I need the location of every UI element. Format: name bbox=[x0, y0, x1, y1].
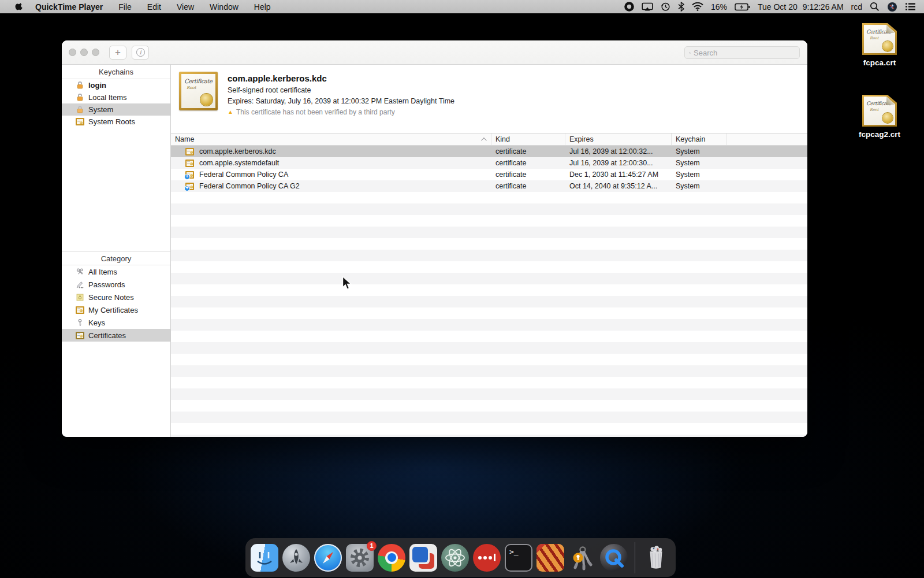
sidebar-item-secure-notes[interactable]: Secure Notes bbox=[62, 291, 170, 303]
screen-recording-stop-icon[interactable] bbox=[624, 2, 634, 12]
display-airplay-icon[interactable] bbox=[642, 2, 653, 12]
table-row[interactable]: com.apple.kerberos.kdc certificate Jul 1… bbox=[171, 146, 807, 157]
search-field[interactable] bbox=[684, 46, 800, 59]
dock-icon-terminal[interactable]: >_ bbox=[505, 544, 532, 572]
menu-edit[interactable]: Edit bbox=[147, 2, 161, 12]
certificate-icon-subtext: Root bbox=[864, 35, 895, 40]
dock-icon-keychain-access[interactable] bbox=[568, 544, 596, 572]
sidebar-item-system[interactable]: System bbox=[62, 103, 170, 116]
desktop-file-label: fcpcag2.crt bbox=[859, 130, 900, 139]
dock-icon-vmware-fusion[interactable] bbox=[409, 544, 437, 572]
mouse-cursor bbox=[340, 276, 354, 291]
table-row[interactable]: + Federal Common Policy CA G2 certificat… bbox=[171, 180, 807, 192]
add-label: + bbox=[115, 47, 121, 57]
menu-bar: QuickTime Player File Edit View Window H… bbox=[0, 0, 924, 13]
dock-icon-atom[interactable] bbox=[441, 544, 469, 572]
menubar-menus: File Edit View Window Help bbox=[118, 2, 270, 12]
search-icon bbox=[689, 49, 691, 57]
certificate-icon bbox=[185, 148, 194, 155]
locked-padlock-icon bbox=[75, 105, 84, 114]
unlocked-padlock-icon bbox=[75, 81, 84, 90]
dock-icon-quicktime[interactable] bbox=[600, 544, 628, 572]
sidebar-item-passwords[interactable]: Passwords bbox=[62, 278, 170, 291]
info-icon: i bbox=[136, 48, 145, 57]
column-header-name[interactable]: Name bbox=[171, 134, 491, 145]
certificate-icon-subtext: Root bbox=[181, 84, 215, 90]
table-row[interactable]: com.apple.systemdefault certificate Jul … bbox=[171, 157, 807, 169]
sidebar-item-label: System bbox=[88, 105, 113, 114]
battery-charging-icon[interactable] bbox=[735, 3, 750, 11]
sidebar-item-all-items[interactable]: All Items bbox=[62, 265, 170, 278]
secure-note-icon bbox=[75, 292, 84, 302]
close-window-button[interactable] bbox=[69, 49, 76, 56]
menu-help[interactable]: Help bbox=[254, 2, 271, 12]
add-item-button[interactable]: + bbox=[109, 46, 126, 60]
menu-window[interactable]: Window bbox=[210, 2, 239, 12]
menubar-user[interactable]: rcd bbox=[851, 2, 862, 12]
get-info-button[interactable]: i bbox=[132, 46, 149, 60]
bluetooth-icon[interactable] bbox=[678, 2, 684, 12]
dock-icon-system-preferences[interactable]: 1 bbox=[346, 544, 374, 572]
sort-ascending-icon bbox=[481, 137, 487, 143]
table-header: Name Kind Expires Keychain bbox=[171, 133, 807, 146]
menu-view[interactable]: View bbox=[177, 2, 194, 12]
notification-list-icon[interactable] bbox=[905, 2, 916, 11]
dock-icon-launchpad[interactable] bbox=[282, 544, 310, 572]
wifi-icon[interactable] bbox=[692, 2, 703, 11]
sidebar-item-certificates[interactable]: Certificates bbox=[62, 329, 170, 342]
keychain-access-window: + i Keychains login Local It bbox=[62, 40, 807, 437]
dock-icon-lastpass[interactable] bbox=[473, 544, 501, 572]
globe-status-icon[interactable] bbox=[887, 2, 897, 12]
certificates-stack-icon bbox=[75, 117, 84, 127]
certificate-title: com.apple.kerberos.kdc bbox=[228, 73, 454, 83]
desktop-file-fcpca[interactable]: Certificate Root fcpca.crt bbox=[848, 23, 911, 67]
certificate-expiry: Expires: Saturday, July 16, 2039 at 12:0… bbox=[228, 97, 454, 105]
menu-file[interactable]: File bbox=[118, 2, 132, 12]
certificate-add-icon: + bbox=[185, 171, 194, 179]
certificate-large-icon: Certificate Root bbox=[179, 72, 218, 110]
certificate-file-icon: Certificate Root bbox=[862, 23, 897, 55]
menubar-clock[interactable]: 9:12:26 AM bbox=[803, 2, 844, 12]
sidebar-item-keys[interactable]: Keys bbox=[62, 316, 170, 329]
unlocked-padlock-icon bbox=[75, 93, 84, 102]
time-machine-icon[interactable] bbox=[661, 2, 670, 12]
dock-icon-finder[interactable] bbox=[251, 544, 278, 572]
dock-icon-striped-orange-app[interactable] bbox=[536, 544, 564, 572]
dock-icon-safari[interactable] bbox=[314, 544, 342, 572]
table-row[interactable]: + Federal Common Policy CA certificate D… bbox=[171, 169, 807, 180]
window-toolbar: + i bbox=[62, 40, 807, 65]
column-header-keychain[interactable]: Keychain bbox=[672, 134, 726, 145]
desktop-file-fcpcag2[interactable]: Certificate Root fcpcag2.crt bbox=[848, 95, 911, 139]
menubar-date[interactable]: Tue Oct 20 bbox=[758, 2, 798, 12]
dock-separator bbox=[635, 542, 635, 573]
search-input[interactable] bbox=[694, 49, 795, 57]
certificate-icon bbox=[75, 331, 84, 340]
sidebar-item-local-items[interactable]: Local Items bbox=[62, 91, 170, 103]
key-icon bbox=[75, 318, 84, 327]
gold-seal bbox=[200, 94, 213, 106]
minimize-window-button[interactable] bbox=[80, 49, 88, 56]
dock-icon-trash[interactable] bbox=[642, 544, 670, 572]
content-pane: Certificate Root com.apple.kerberos.kdc … bbox=[171, 65, 807, 437]
certificate-icon bbox=[185, 160, 194, 167]
signature-pen-icon bbox=[75, 280, 84, 289]
gold-seal bbox=[882, 41, 893, 51]
battery-percent: 16% bbox=[711, 2, 727, 12]
category-header: Category bbox=[62, 251, 170, 265]
sidebar-item-label: login bbox=[88, 81, 106, 90]
certificate-icon bbox=[75, 305, 84, 314]
column-header-expires[interactable]: Expires bbox=[565, 134, 672, 145]
notification-badge: 1 bbox=[367, 541, 377, 551]
dock-icon-chrome[interactable] bbox=[378, 544, 405, 572]
menubar-app-name[interactable]: QuickTime Player bbox=[35, 2, 103, 12]
apple-menu-icon[interactable] bbox=[15, 2, 24, 12]
sidebar-item-system-roots[interactable]: System Roots bbox=[62, 116, 170, 128]
zoom-window-button[interactable] bbox=[92, 49, 99, 56]
sidebar-item-login[interactable]: login bbox=[62, 79, 170, 91]
dock: 1 >_ bbox=[245, 538, 676, 577]
spotlight-search-icon[interactable] bbox=[870, 2, 880, 12]
sidebar-item-label: System Roots bbox=[88, 117, 135, 126]
sidebar-item-my-certificates[interactable]: My Certificates bbox=[62, 303, 170, 316]
column-header-kind[interactable]: Kind bbox=[491, 134, 565, 145]
page-fold bbox=[886, 97, 895, 105]
